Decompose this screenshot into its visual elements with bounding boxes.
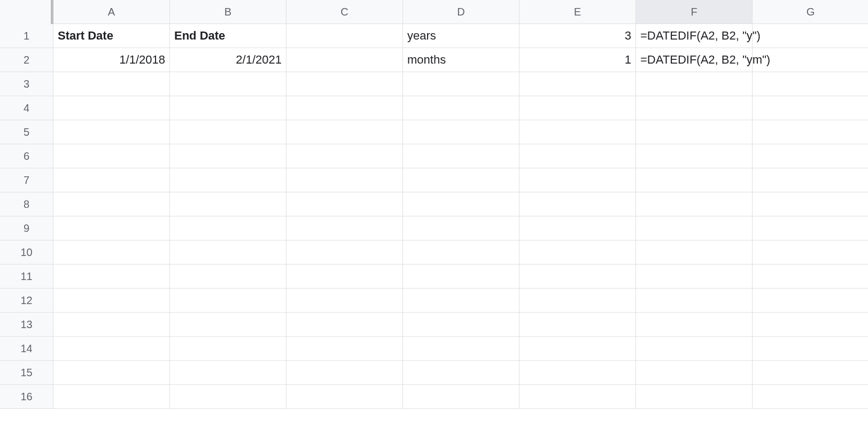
cell-f8[interactable]	[636, 192, 753, 216]
cell-a1[interactable]: Start Date	[53, 24, 170, 48]
cell-b2[interactable]: 2/1/2021	[170, 48, 286, 72]
cell-f5[interactable]	[636, 120, 753, 144]
cell-b11[interactable]	[170, 265, 286, 289]
cell-b12[interactable]	[170, 289, 286, 313]
row-header-4[interactable]: 4	[0, 96, 53, 120]
cell-c9[interactable]	[286, 216, 403, 240]
cell-f15[interactable]	[636, 361, 753, 385]
cell-d8[interactable]	[403, 192, 520, 216]
row-header-5[interactable]: 5	[0, 120, 53, 144]
cell-a15[interactable]	[53, 361, 170, 385]
cell-c14[interactable]	[286, 337, 403, 361]
cell-e6[interactable]	[520, 144, 636, 168]
cell-e1[interactable]: 3	[520, 24, 636, 48]
cell-g1[interactable]	[753, 24, 868, 48]
cell-c6[interactable]	[286, 144, 403, 168]
cell-e13[interactable]	[520, 313, 636, 337]
cell-e10[interactable]	[520, 240, 636, 265]
cell-g15[interactable]	[753, 361, 868, 385]
cell-f14[interactable]	[636, 337, 753, 361]
cell-a13[interactable]	[53, 313, 170, 337]
cell-c16[interactable]	[286, 385, 403, 409]
cell-g4[interactable]	[753, 96, 868, 120]
cell-e2[interactable]: 1	[520, 48, 636, 72]
cell-d9[interactable]	[403, 216, 520, 240]
cell-g5[interactable]	[753, 120, 868, 144]
cell-e14[interactable]	[520, 337, 636, 361]
cell-g12[interactable]	[753, 289, 868, 313]
column-header-a[interactable]: A	[53, 0, 170, 24]
cell-e5[interactable]	[520, 120, 636, 144]
cell-a7[interactable]	[53, 168, 170, 192]
cell-b13[interactable]	[170, 313, 286, 337]
cell-e3[interactable]	[520, 72, 636, 96]
cell-b7[interactable]	[170, 168, 286, 192]
cell-b3[interactable]	[170, 72, 286, 96]
cell-e7[interactable]	[520, 168, 636, 192]
cell-d4[interactable]	[403, 96, 520, 120]
cell-g7[interactable]	[753, 168, 868, 192]
cell-d5[interactable]	[403, 120, 520, 144]
cell-d16[interactable]	[403, 385, 520, 409]
cell-a11[interactable]	[53, 265, 170, 289]
row-header-7[interactable]: 7	[0, 168, 53, 192]
cell-d14[interactable]	[403, 337, 520, 361]
cell-e8[interactable]	[520, 192, 636, 216]
cell-g10[interactable]	[753, 240, 868, 265]
cell-a4[interactable]	[53, 96, 170, 120]
column-header-d[interactable]: D	[403, 0, 520, 24]
cell-f16[interactable]	[636, 385, 753, 409]
cell-f3[interactable]	[636, 72, 753, 96]
row-header-1[interactable]: 1	[0, 24, 53, 48]
cell-a12[interactable]	[53, 289, 170, 313]
cell-a5[interactable]	[53, 120, 170, 144]
cell-d6[interactable]	[403, 144, 520, 168]
column-header-b[interactable]: B	[170, 0, 286, 24]
column-header-g[interactable]: G	[753, 0, 868, 24]
cell-c2[interactable]	[286, 48, 403, 72]
cell-e11[interactable]	[520, 265, 636, 289]
cell-e4[interactable]	[520, 96, 636, 120]
row-header-8[interactable]: 8	[0, 192, 53, 216]
cell-f12[interactable]	[636, 289, 753, 313]
cell-e9[interactable]	[520, 216, 636, 240]
cell-f4[interactable]	[636, 96, 753, 120]
cell-g11[interactable]	[753, 265, 868, 289]
cell-a8[interactable]	[53, 192, 170, 216]
select-all-corner[interactable]	[0, 0, 53, 26]
cell-d11[interactable]	[403, 265, 520, 289]
cell-g16[interactable]	[753, 385, 868, 409]
cell-e15[interactable]	[520, 361, 636, 385]
cell-a2[interactable]: 1/1/2018	[53, 48, 170, 72]
cell-d12[interactable]	[403, 289, 520, 313]
row-header-12[interactable]: 12	[0, 289, 53, 313]
cell-a6[interactable]	[53, 144, 170, 168]
cell-f11[interactable]	[636, 265, 753, 289]
cell-e16[interactable]	[520, 385, 636, 409]
cell-g14[interactable]	[753, 337, 868, 361]
row-header-10[interactable]: 10	[0, 240, 53, 265]
row-header-13[interactable]: 13	[0, 313, 53, 337]
cell-g9[interactable]	[753, 216, 868, 240]
cell-f10[interactable]	[636, 240, 753, 265]
row-header-16[interactable]: 16	[0, 385, 53, 409]
cell-b6[interactable]	[170, 144, 286, 168]
spreadsheet-grid[interactable]: ABCDEFG1Start DateEnd Dateyears3=DATEDIF…	[0, 0, 868, 409]
cell-a10[interactable]	[53, 240, 170, 265]
cell-a9[interactable]	[53, 216, 170, 240]
cell-c8[interactable]	[286, 192, 403, 216]
cell-f6[interactable]	[636, 144, 753, 168]
cell-c3[interactable]	[286, 72, 403, 96]
cell-g8[interactable]	[753, 192, 868, 216]
row-header-6[interactable]: 6	[0, 144, 53, 168]
cell-b15[interactable]	[170, 361, 286, 385]
cell-f2[interactable]: =DATEDIF(A2, B2, "ym")	[636, 48, 753, 72]
cell-c12[interactable]	[286, 289, 403, 313]
row-header-3[interactable]: 3	[0, 72, 53, 96]
cell-c11[interactable]	[286, 265, 403, 289]
cell-g6[interactable]	[753, 144, 868, 168]
cell-f13[interactable]	[636, 313, 753, 337]
cell-b9[interactable]	[170, 216, 286, 240]
cell-c5[interactable]	[286, 120, 403, 144]
column-header-f[interactable]: F	[636, 0, 753, 24]
